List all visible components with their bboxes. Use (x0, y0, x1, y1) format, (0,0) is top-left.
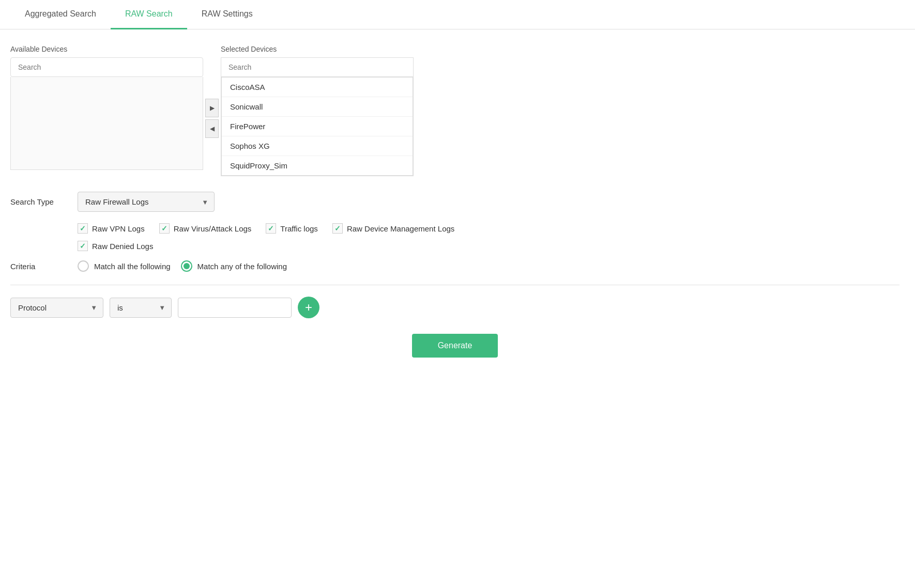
checkbox-label-traffic: Traffic logs (280, 224, 318, 233)
add-filter-button[interactable]: + (298, 297, 319, 318)
criteria-match-any-label: Match any of the following (197, 262, 287, 271)
search-type-row: Search Type Raw Firewall LogsRaw VPN Log… (10, 192, 899, 212)
filter-field-select[interactable]: ProtocolSource IPDestination IPPortActio… (10, 298, 103, 318)
tab-raw-search[interactable]: RAW Search (111, 0, 187, 29)
checkbox-label-virus: Raw Virus/Attack Logs (174, 224, 252, 233)
available-devices-search[interactable] (10, 57, 203, 77)
selected-device-item[interactable]: CiscoASA (222, 78, 413, 97)
log-types-row-1: Raw VPN LogsRaw Virus/Attack LogsTraffic… (78, 223, 899, 234)
arrow-left-button[interactable]: ◀ (205, 119, 219, 138)
checkbox-box-denied[interactable] (78, 241, 88, 251)
selected-device-item[interactable]: Sophos XG (222, 136, 413, 156)
checkbox-item-denied[interactable]: Raw Denied Logs (78, 241, 153, 251)
devices-section: Available Devices ▶ ◀ Selected Devices C… (10, 45, 414, 176)
selected-device-item[interactable]: Sonicwall (222, 97, 413, 117)
selected-devices-panel: CiscoASASonicwallFirePowerSophos XGSquid… (221, 57, 414, 176)
selected-devices-search[interactable] (221, 58, 413, 77)
checkbox-box-traffic[interactable] (266, 223, 276, 234)
search-type-select-wrapper: Raw Firewall LogsRaw VPN LogsRaw Virus/A… (78, 192, 215, 212)
search-type-label: Search Type (10, 197, 67, 206)
filter-field-wrapper: ProtocolSource IPDestination IPPortActio… (10, 298, 103, 318)
criteria-match-any[interactable]: Match any of the following (181, 260, 287, 272)
tab-aggregated-search[interactable]: Aggregated Search (10, 0, 111, 29)
checkbox-item-device-mgmt[interactable]: Raw Device Management Logs (332, 223, 454, 234)
checkbox-box-virus[interactable] (159, 223, 170, 234)
selected-devices-list: CiscoASASonicwallFirePowerSophos XGSquid… (221, 77, 413, 176)
arrow-right-button[interactable]: ▶ (205, 99, 219, 117)
available-devices-label: Available Devices (10, 45, 203, 53)
checkmark-virus (161, 224, 167, 233)
available-devices-col: Available Devices (10, 45, 203, 176)
main-content: Available Devices ▶ ◀ Selected Devices C… (0, 29, 915, 373)
checkbox-item-traffic[interactable]: Traffic logs (266, 223, 318, 234)
checkmark-vpn (80, 224, 86, 233)
checkbox-item-vpn[interactable]: Raw VPN Logs (78, 223, 145, 234)
checkmark-denied (80, 242, 86, 250)
filter-row: ProtocolSource IPDestination IPPortActio… (10, 297, 899, 318)
checkbox-item-virus[interactable]: Raw Virus/Attack Logs (159, 223, 252, 234)
selected-devices-col: Selected Devices CiscoASASonicwallFirePo… (221, 45, 414, 176)
checkmark-traffic (268, 224, 274, 233)
filter-value-input[interactable] (178, 298, 292, 318)
transfer-arrows: ▶ ◀ (203, 60, 221, 176)
criteria-match-any-radio[interactable] (181, 260, 192, 272)
filter-operator-wrapper: isis notcontainsstarts withends with ▼ (110, 298, 172, 318)
criteria-row: Criteria Match all the following Match a… (10, 260, 899, 272)
checkbox-box-device-mgmt[interactable] (332, 223, 343, 234)
tab-bar: Aggregated Search RAW Search RAW Setting… (0, 0, 915, 29)
checkbox-label-device-mgmt: Raw Device Management Logs (347, 224, 454, 233)
checkbox-label-denied: Raw Denied Logs (92, 242, 153, 251)
criteria-match-all-radio[interactable] (78, 260, 89, 272)
selected-device-item[interactable]: FirePower (222, 117, 413, 136)
criteria-match-all-label: Match all the following (94, 262, 171, 271)
criteria-label: Criteria (10, 262, 67, 271)
filter-operator-select[interactable]: isis notcontainsstarts withends with (110, 298, 172, 318)
search-type-select[interactable]: Raw Firewall LogsRaw VPN LogsRaw Virus/A… (78, 192, 215, 212)
selected-device-item[interactable]: SquidProxy_Sim (222, 156, 413, 175)
checkbox-box-vpn[interactable] (78, 223, 88, 234)
log-types-row-2: Raw Denied Logs (78, 241, 899, 251)
generate-button[interactable]: Generate (412, 334, 498, 358)
generate-section: Generate (10, 334, 899, 358)
criteria-match-all[interactable]: Match all the following (78, 260, 171, 272)
selected-devices-label: Selected Devices (221, 45, 414, 53)
divider (10, 285, 899, 285)
log-types-section: Raw VPN LogsRaw Virus/Attack LogsTraffic… (78, 223, 899, 251)
criteria-match-any-radio-inner (184, 263, 190, 269)
available-devices-list (10, 77, 203, 170)
checkbox-label-vpn: Raw VPN Logs (92, 224, 145, 233)
tab-raw-settings[interactable]: RAW Settings (187, 0, 267, 29)
checkmark-device-mgmt (334, 224, 341, 233)
